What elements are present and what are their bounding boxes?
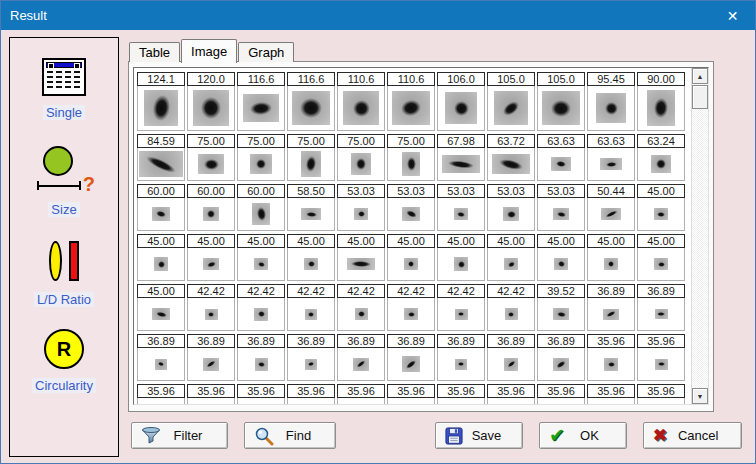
particle-cell[interactable]: 110.6 (387, 72, 435, 131)
particle-cell[interactable]: 35.96 (187, 384, 235, 404)
particle-cell[interactable]: 35.96 (637, 384, 685, 404)
find-button[interactable]: Find (244, 422, 336, 449)
particle-cell[interactable]: 75.00 (287, 134, 335, 181)
particle-cell[interactable]: 42.42 (237, 284, 285, 331)
particle-cell[interactable]: 67.98 (437, 134, 485, 181)
particle-cell[interactable]: 35.96 (337, 384, 385, 404)
particle-cell[interactable]: 75.00 (237, 134, 285, 181)
particle-cell[interactable]: 63.63 (537, 134, 585, 181)
particle-cell[interactable]: 105.0 (537, 72, 585, 131)
particle-cell[interactable]: 75.00 (187, 134, 235, 181)
particle-cell[interactable]: 35.96 (137, 384, 185, 404)
particle-cell[interactable]: 53.03 (437, 184, 485, 231)
particle-cell[interactable]: 45.00 (487, 234, 535, 281)
particle-cell[interactable]: 45.00 (337, 234, 385, 281)
particle-cell[interactable]: 95.45 (587, 72, 635, 131)
particle-cell[interactable]: 36.89 (187, 334, 235, 381)
particle-cell[interactable]: 105.0 (487, 72, 535, 131)
particle-cell[interactable]: 45.00 (137, 284, 185, 331)
tab-table[interactable]: Table (129, 42, 180, 62)
particle-cell[interactable]: 60.00 (187, 184, 235, 231)
particle-cell[interactable]: 45.00 (137, 234, 185, 281)
particle-cell[interactable]: 35.96 (587, 334, 635, 381)
particle-cell[interactable]: 58.50 (287, 184, 335, 231)
particle-cell[interactable]: 53.03 (337, 184, 385, 231)
particle-cell[interactable]: 53.03 (537, 184, 585, 231)
particle-cell[interactable]: 36.89 (537, 334, 585, 381)
particle-cell[interactable]: 45.00 (237, 234, 285, 281)
particle-cell[interactable]: 42.42 (287, 284, 335, 331)
particle-image-area (338, 248, 384, 280)
particle-cell[interactable]: 60.00 (137, 184, 185, 231)
particle-cell[interactable]: 42.42 (337, 284, 385, 331)
particle-cell[interactable]: 45.00 (637, 184, 685, 231)
particle-cell[interactable]: 36.89 (487, 334, 535, 381)
particle-cell[interactable]: 42.42 (187, 284, 235, 331)
particle-cell[interactable]: 120.0 (187, 72, 235, 131)
particle-cell[interactable]: 36.89 (637, 284, 685, 331)
particle-cell[interactable]: 45.00 (287, 234, 335, 281)
particle-cell[interactable]: 53.03 (387, 184, 435, 231)
particle-cell[interactable]: 42.42 (387, 284, 435, 331)
particle-cell[interactable]: 124.1 (137, 72, 185, 131)
particle-cell[interactable]: 36.89 (287, 334, 335, 381)
particle-cell[interactable]: 53.03 (487, 184, 535, 231)
particle-cell[interactable]: 116.6 (287, 72, 335, 131)
particle-cell[interactable]: 36.89 (437, 334, 485, 381)
particle-cell[interactable]: 35.96 (487, 384, 535, 404)
particle-blob (400, 98, 423, 118)
particle-cell[interactable]: 45.00 (637, 234, 685, 281)
particle-cell[interactable]: 42.42 (437, 284, 485, 331)
particle-cell[interactable]: 35.96 (637, 334, 685, 381)
scroll-up-button[interactable]: ▲ (692, 68, 708, 84)
particle-cell[interactable]: 36.89 (237, 334, 285, 381)
close-button[interactable]: ✕ (710, 1, 755, 30)
sidebar-item-single[interactable]: Single (42, 38, 86, 120)
particle-cell[interactable]: 36.89 (387, 334, 435, 381)
particle-cell[interactable]: 63.72 (487, 134, 535, 181)
particle-cell[interactable]: 36.89 (137, 334, 185, 381)
particle-cell[interactable]: 63.24 (637, 134, 685, 181)
save-button[interactable]: Save (435, 422, 523, 449)
scrollbar-thumb[interactable] (692, 85, 708, 109)
particle-cell[interactable]: 42.42 (487, 284, 535, 331)
particle-cell[interactable]: 35.96 (537, 384, 585, 404)
cancel-button[interactable]: ✖ Cancel (643, 422, 742, 449)
particle-image-area (638, 198, 684, 230)
particle-cell[interactable]: 110.6 (337, 72, 385, 131)
particle-image (305, 359, 317, 370)
particle-cell[interactable]: 75.00 (387, 134, 435, 181)
tab-graph[interactable]: Graph (238, 42, 294, 62)
sidebar-item-size[interactable]: ? Size (33, 120, 95, 217)
vertical-scrollbar[interactable]: ▲ ▼ (691, 68, 708, 404)
sidebar-item-ld-ratio[interactable]: L/D Ratio (34, 217, 94, 307)
particle-cell[interactable]: 106.0 (437, 72, 485, 131)
tab-image[interactable]: Image (181, 39, 237, 63)
scroll-down-button[interactable]: ▼ (692, 388, 708, 404)
ok-button[interactable]: ✔ OK (539, 422, 627, 449)
sidebar-item-circularity[interactable]: R Circularity (32, 307, 96, 393)
particle-cell[interactable]: 39.52 (537, 284, 585, 331)
particle-cell[interactable]: 50.44 (587, 184, 635, 231)
particle-cell[interactable]: 60.00 (237, 184, 285, 231)
particle-cell[interactable]: 35.96 (387, 384, 435, 404)
particle-cell[interactable]: 45.00 (587, 234, 635, 281)
particle-cell[interactable]: 36.89 (587, 284, 635, 331)
particle-cell[interactable]: 75.00 (337, 134, 385, 181)
particle-cell[interactable]: 116.6 (237, 72, 285, 131)
save-button-label: Save (463, 428, 510, 443)
particle-cell[interactable]: 45.00 (537, 234, 585, 281)
particle-cell[interactable]: 35.96 (237, 384, 285, 404)
particle-cell[interactable]: 45.00 (387, 234, 435, 281)
particle-cell[interactable]: 90.00 (637, 72, 685, 131)
particle-cell[interactable]: 63.63 (587, 134, 635, 181)
particle-cell[interactable]: 45.00 (437, 234, 485, 281)
particle-cell[interactable]: 84.59 (137, 134, 185, 181)
particle-cell[interactable]: 35.96 (587, 384, 635, 404)
particle-cell[interactable]: 35.96 (287, 384, 335, 404)
filter-button[interactable]: Filter (131, 422, 228, 449)
particle-cell[interactable]: 45.00 (187, 234, 235, 281)
particle-image (351, 153, 371, 175)
particle-cell[interactable]: 35.96 (437, 384, 485, 404)
particle-cell[interactable]: 36.89 (337, 334, 385, 381)
